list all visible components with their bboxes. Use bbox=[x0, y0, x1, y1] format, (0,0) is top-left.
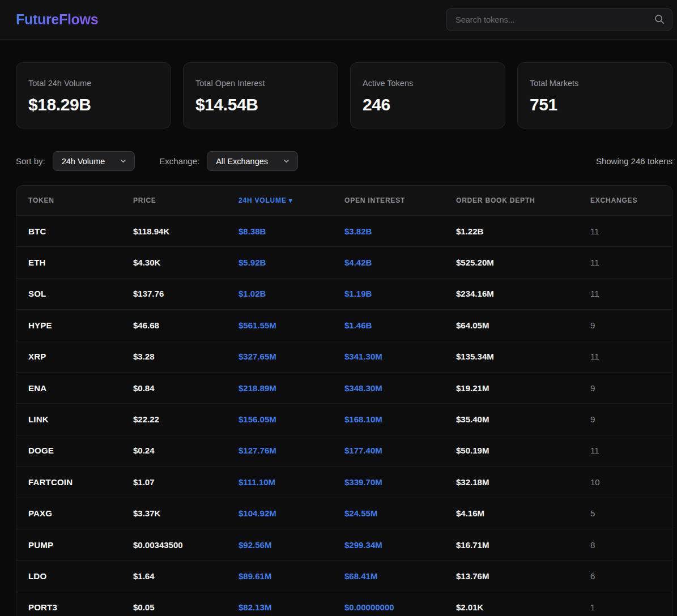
token-24h-volume: $8.38B bbox=[239, 226, 344, 236]
token-price: $1.64 bbox=[133, 571, 239, 581]
table-row[interactable]: LDO$1.64$89.61M$68.41M$13.76M6 bbox=[16, 560, 672, 591]
search-box bbox=[446, 8, 672, 31]
token-24h-volume: $156.05M bbox=[239, 414, 344, 424]
search-input[interactable] bbox=[446, 8, 672, 31]
token-price: $3.37K bbox=[133, 508, 239, 518]
stat-card-total-volume: Total 24h Volume $18.29B bbox=[16, 62, 171, 129]
app-logo: FutureFlows bbox=[16, 11, 98, 28]
token-24h-volume: $89.61M bbox=[239, 571, 344, 581]
token-open-interest: $1.46B bbox=[344, 320, 456, 330]
exchange-dropdown-value: All Exchanges bbox=[216, 157, 268, 166]
table-row[interactable]: PUMP$0.00343500$92.56M$299.34M$16.71M8 bbox=[16, 529, 672, 560]
column-header-open-interest[interactable]: Open Interest bbox=[344, 196, 456, 204]
table-row[interactable]: LINK$22.22$156.05M$168.10M$35.40M9 bbox=[16, 403, 672, 434]
token-order-book-depth: $16.71M bbox=[456, 540, 590, 550]
token-symbol: HYPE bbox=[28, 320, 133, 330]
column-header-price[interactable]: Price bbox=[133, 196, 239, 204]
table-row[interactable]: XRP$3.28$327.65M$341.30M$135.34M11 bbox=[16, 341, 672, 372]
table-row[interactable]: PAXG$3.37K$104.92M$24.55M$4.16M5 bbox=[16, 498, 672, 529]
token-order-book-depth: $1.22B bbox=[456, 226, 590, 236]
token-symbol: FARTCOIN bbox=[28, 477, 133, 487]
token-open-interest: $341.30M bbox=[344, 352, 456, 361]
token-symbol: LDO bbox=[28, 571, 133, 581]
token-order-book-depth: $13.76M bbox=[456, 571, 590, 581]
token-price: $137.76 bbox=[133, 289, 239, 298]
token-24h-volume: $82.13M bbox=[239, 602, 344, 612]
tokens-table: TokenPrice24h Volume ▾Open InterestOrder… bbox=[16, 185, 672, 616]
token-open-interest: $168.10M bbox=[344, 414, 456, 424]
table-row[interactable]: BTC$118.94K$8.38B$3.82B$1.22B11 bbox=[16, 215, 672, 246]
token-symbol: XRP bbox=[28, 352, 133, 361]
stat-card-total-markets: Total Markets 751 bbox=[517, 62, 672, 129]
token-exchange-count: 11 bbox=[590, 289, 660, 298]
sort-dropdown[interactable]: 24h Volume bbox=[53, 151, 135, 171]
token-open-interest: $1.19B bbox=[344, 289, 456, 298]
stat-value: $18.29B bbox=[28, 95, 159, 114]
table-row[interactable]: ETH$4.30K$5.92B$4.42B$525.20M11 bbox=[16, 246, 672, 277]
token-exchange-count: 9 bbox=[590, 414, 660, 424]
stat-label: Total Open Interest bbox=[195, 79, 326, 88]
token-order-book-depth: $64.05M bbox=[456, 320, 590, 330]
table-row[interactable]: DOGE$0.24$127.76M$177.40M$50.19M11 bbox=[16, 435, 672, 466]
token-order-book-depth: $50.19M bbox=[456, 446, 590, 455]
token-open-interest: $4.42B bbox=[344, 258, 456, 267]
token-order-book-depth: $19.21M bbox=[456, 383, 590, 393]
sort-dropdown-value: 24h Volume bbox=[62, 157, 105, 166]
token-price: $0.84 bbox=[133, 383, 239, 393]
exchange-label: Exchange: bbox=[159, 156, 199, 166]
token-order-book-depth: $234.16M bbox=[456, 289, 590, 298]
token-24h-volume: $327.65M bbox=[239, 352, 344, 361]
stat-value: $14.54B bbox=[195, 95, 326, 114]
token-open-interest: $177.40M bbox=[344, 446, 456, 455]
token-price: $0.05 bbox=[133, 602, 239, 612]
token-price: $1.07 bbox=[133, 477, 239, 487]
token-exchange-count: 9 bbox=[590, 383, 660, 393]
stats-row: Total 24h Volume $18.29B Total Open Inte… bbox=[16, 62, 672, 129]
token-open-interest: $68.41M bbox=[344, 571, 456, 581]
main-content: Total 24h Volume $18.29B Total Open Inte… bbox=[0, 62, 677, 616]
app-header: FutureFlows bbox=[0, 0, 677, 40]
filter-controls: Sort by: 24h Volume Exchange: All Exchan… bbox=[16, 151, 672, 171]
token-24h-volume: $561.55M bbox=[239, 320, 344, 330]
stat-label: Active Tokens bbox=[363, 79, 493, 88]
token-symbol: PAXG bbox=[28, 508, 133, 518]
token-open-interest: $0.00000000 bbox=[344, 602, 456, 612]
column-header-exchanges[interactable]: Exchanges bbox=[590, 196, 660, 204]
table-body: BTC$118.94K$8.38B$3.82B$1.22B11ETH$4.30K… bbox=[16, 215, 672, 616]
token-order-book-depth: $135.34M bbox=[456, 352, 590, 361]
table-row[interactable]: PORT3$0.05$82.13M$0.00000000$2.01K1 bbox=[16, 592, 672, 616]
token-price: $22.22 bbox=[133, 414, 239, 424]
column-header-depth[interactable]: Order Book Depth bbox=[456, 196, 590, 204]
table-row[interactable]: HYPE$46.68$561.55M$1.46B$64.05M9 bbox=[16, 309, 672, 340]
column-header-volume[interactable]: 24h Volume ▾ bbox=[239, 196, 344, 204]
token-exchange-count: 5 bbox=[590, 508, 660, 518]
token-price: $0.24 bbox=[133, 446, 239, 455]
token-exchange-count: 6 bbox=[590, 571, 660, 581]
column-header-token[interactable]: Token bbox=[28, 196, 133, 204]
table-header-row: TokenPrice24h Volume ▾Open InterestOrder… bbox=[16, 186, 672, 215]
token-order-book-depth: $4.16M bbox=[456, 508, 590, 518]
stat-value: 246 bbox=[363, 95, 493, 114]
token-order-book-depth: $35.40M bbox=[456, 414, 590, 424]
token-price: $46.68 bbox=[133, 320, 239, 330]
token-24h-volume: $218.89M bbox=[239, 383, 344, 393]
sort-by-label: Sort by: bbox=[16, 156, 45, 166]
token-open-interest: $3.82B bbox=[344, 226, 456, 236]
token-open-interest: $348.30M bbox=[344, 383, 456, 393]
stat-label: Total 24h Volume bbox=[28, 79, 159, 88]
chevron-down-icon bbox=[283, 157, 290, 165]
token-exchange-count: 10 bbox=[590, 477, 660, 487]
token-exchange-count: 11 bbox=[590, 226, 660, 236]
token-order-book-depth: $32.18M bbox=[456, 477, 590, 487]
table-row[interactable]: SOL$137.76$1.02B$1.19B$234.16M11 bbox=[16, 278, 672, 309]
token-order-book-depth: $2.01K bbox=[456, 602, 590, 612]
token-exchange-count: 11 bbox=[590, 258, 660, 267]
search-icon[interactable] bbox=[654, 14, 665, 25]
token-24h-volume: $92.56M bbox=[239, 540, 344, 550]
token-price: $4.30K bbox=[133, 258, 239, 267]
token-price: $0.00343500 bbox=[133, 540, 239, 550]
exchange-dropdown[interactable]: All Exchanges bbox=[207, 151, 298, 171]
token-24h-volume: $104.92M bbox=[239, 508, 344, 518]
table-row[interactable]: FARTCOIN$1.07$111.10M$339.70M$32.18M10 bbox=[16, 466, 672, 497]
table-row[interactable]: ENA$0.84$218.89M$348.30M$19.21M9 bbox=[16, 372, 672, 403]
